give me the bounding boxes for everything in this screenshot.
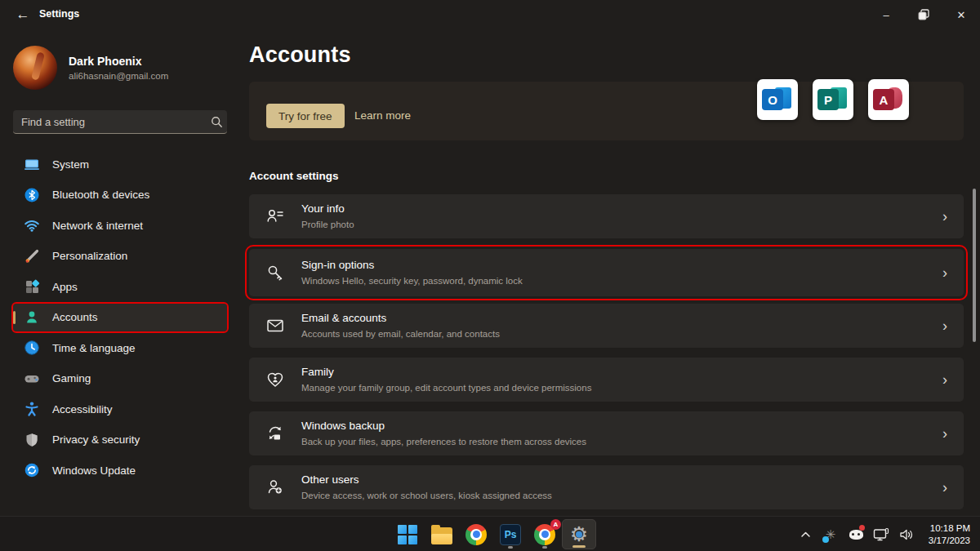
sidebar-item-network[interactable]: Network & internet: [13, 211, 227, 239]
active-indicator: [572, 545, 586, 548]
backup-icon: [249, 424, 301, 443]
sidebar-item-privacy[interactable]: Privacy & security: [13, 426, 227, 454]
row-windows-backup[interactable]: Windows backupBack up your files, apps, …: [249, 411, 964, 455]
chevron-right-icon: ›: [926, 264, 964, 282]
chevron-right-icon: ›: [926, 479, 964, 496]
bluetooth-icon: [24, 187, 40, 203]
outlook-tile[interactable]: O: [757, 79, 798, 120]
row-title: Sign-in options: [301, 259, 926, 271]
publisher-tile[interactable]: P: [813, 79, 853, 120]
sidebar-item-label: Apps: [52, 281, 78, 293]
page-title: Accounts: [249, 42, 351, 68]
chevron-right-icon: ›: [926, 208, 964, 225]
restore-icon: [918, 9, 929, 20]
publisher-letter: P: [817, 89, 839, 110]
sidebar-item-gaming[interactable]: Gaming: [13, 365, 227, 393]
tray-overflow-button[interactable]: [796, 523, 814, 546]
row-title: Your info: [301, 202, 926, 215]
learn-more-link[interactable]: Learn more: [354, 109, 411, 122]
close-button[interactable]: ✕: [942, 0, 980, 29]
photoshop-button[interactable]: Ps: [493, 519, 528, 549]
profile-badge: A: [550, 519, 561, 530]
running-indicator: [508, 546, 513, 549]
section-title: Account settings: [249, 170, 339, 182]
discord-icon: [849, 530, 863, 540]
settings-taskbar-button[interactable]: ⚙: [562, 519, 596, 549]
user-email: ali6hasnain@gmail.com: [69, 71, 168, 81]
sidebar-item-accessibility[interactable]: Accessibility: [13, 395, 227, 423]
sidebar-item-bluetooth[interactable]: Bluetooth & devices: [13, 181, 227, 209]
gear-icon: ⚙: [570, 524, 588, 544]
key-icon: [249, 263, 301, 282]
sidebar-item-label: Gaming: [52, 372, 91, 384]
clock[interactable]: 10:18 PM 3/17/2023: [923, 522, 973, 547]
window-title: Settings: [39, 8, 79, 20]
sidebar-item-label: System: [52, 158, 89, 171]
sidebar-item-label: Privacy & security: [52, 433, 140, 446]
search-box[interactable]: [13, 110, 227, 134]
sidebar-item-label: Network & internet: [52, 220, 143, 232]
chevron-up-icon: [800, 531, 811, 538]
back-arrow-icon[interactable]: ←: [11, 5, 34, 24]
sidebar-item-windows-update[interactable]: Windows Update: [13, 456, 227, 484]
window-controls: – ✕: [867, 0, 980, 29]
folder-icon: [431, 527, 452, 544]
scrollbar[interactable]: [973, 189, 976, 342]
envelope-icon: [249, 316, 301, 335]
row-email-accounts[interactable]: Email & accountsAccounts used by email, …: [249, 304, 964, 348]
minimize-button[interactable]: –: [867, 0, 905, 29]
your-info-icon: [249, 207, 301, 226]
sidebar-item-label: Time & language: [52, 342, 136, 354]
microsoft365-banner: Try for free Learn more O P A: [249, 82, 964, 140]
clock-icon: [24, 340, 40, 356]
chrome-button[interactable]: [459, 519, 493, 549]
chrome-profile-button[interactable]: A: [528, 519, 562, 549]
row-title: Email & accounts: [301, 312, 926, 324]
sidebar-item-system[interactable]: System: [13, 150, 227, 178]
access-letter: A: [873, 89, 894, 110]
apps-icon: [24, 278, 40, 295]
start-button[interactable]: [390, 519, 425, 549]
row-title: Other users: [301, 473, 926, 486]
access-tile[interactable]: A: [868, 79, 909, 120]
settings-window: ← Settings – ✕ Dark Phoenix ali6hasnain@…: [0, 0, 980, 551]
tray-date: 3/17/2023: [923, 535, 970, 547]
photoshop-icon: Ps: [500, 524, 521, 545]
search-icon[interactable]: [206, 116, 227, 128]
sidebar-item-accounts[interactable]: Accounts: [13, 304, 227, 331]
taskbar: Ps A ⚙ ✳: [0, 516, 980, 551]
volume-tray-button[interactable]: [898, 523, 915, 546]
sidebar-item-personalization[interactable]: Personalization: [13, 242, 227, 270]
gamepad-icon: [24, 371, 40, 387]
system-tray: ✳ 10:18 PM 3/17/2023: [796, 517, 973, 551]
display-tray-button[interactable]: [872, 523, 890, 546]
file-explorer-button[interactable]: [425, 519, 459, 549]
row-subtitle: Windows Hello, security key, password, d…: [301, 276, 523, 286]
avatar[interactable]: [13, 46, 57, 90]
try-for-free-button[interactable]: Try for free: [266, 104, 345, 128]
row-subtitle: Device access, work or school users, kio…: [301, 491, 552, 500]
row-sign-in-options[interactable]: Sign-in optionsWindows Hello, security k…: [249, 249, 964, 296]
restore-button[interactable]: [905, 0, 942, 29]
update-icon: [24, 462, 40, 478]
running-indicator: [542, 546, 547, 549]
speaker-icon: [899, 528, 915, 541]
search-input[interactable]: [13, 116, 206, 128]
office-app-tiles: O P A: [757, 79, 909, 120]
row-your-info[interactable]: Your infoProfile photo ›: [249, 194, 964, 238]
shield-icon: [24, 432, 40, 448]
chevron-right-icon: ›: [926, 318, 964, 335]
sidebar-item-time-language[interactable]: Time & language: [13, 334, 227, 362]
row-subtitle: Accounts used by email, calendar, and co…: [301, 329, 500, 339]
tray-app-button[interactable]: ✳: [822, 523, 840, 546]
row-title: Windows backup: [301, 420, 926, 432]
windows-logo-icon: [398, 525, 417, 544]
row-family[interactable]: FamilyManage your family group, edit acc…: [249, 358, 964, 402]
sidebar-item-apps[interactable]: Apps: [13, 273, 227, 300]
row-subtitle: Back up your files, apps, preferences to…: [301, 437, 586, 447]
row-other-users[interactable]: Other usersDevice access, work or school…: [249, 465, 964, 509]
monitor-icon: [873, 527, 889, 542]
system-icon: [24, 156, 40, 172]
outlook-letter: O: [762, 89, 783, 110]
discord-tray-button[interactable]: [847, 523, 865, 546]
